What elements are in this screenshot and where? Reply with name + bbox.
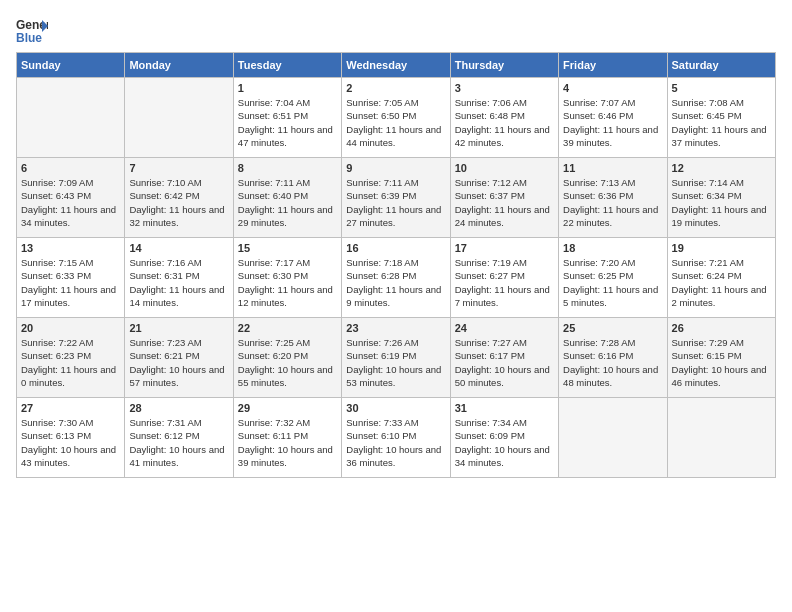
- calendar-day-cell: [125, 78, 233, 158]
- header: General Blue: [16, 16, 776, 44]
- calendar-day-cell: 20Sunrise: 7:22 AMSunset: 6:23 PMDayligh…: [17, 318, 125, 398]
- day-number: 25: [563, 322, 662, 334]
- calendar-day-cell: 17Sunrise: 7:19 AMSunset: 6:27 PMDayligh…: [450, 238, 558, 318]
- day-info: Sunrise: 7:17 AMSunset: 6:30 PMDaylight:…: [238, 256, 337, 309]
- day-info: Sunrise: 7:16 AMSunset: 6:31 PMDaylight:…: [129, 256, 228, 309]
- day-info: Sunrise: 7:32 AMSunset: 6:11 PMDaylight:…: [238, 416, 337, 469]
- calendar-day-cell: 22Sunrise: 7:25 AMSunset: 6:20 PMDayligh…: [233, 318, 341, 398]
- day-info: Sunrise: 7:21 AMSunset: 6:24 PMDaylight:…: [672, 256, 771, 309]
- day-info: Sunrise: 7:04 AMSunset: 6:51 PMDaylight:…: [238, 96, 337, 149]
- day-info: Sunrise: 7:27 AMSunset: 6:17 PMDaylight:…: [455, 336, 554, 389]
- logo-icon: General Blue: [16, 16, 48, 44]
- calendar-week-row: 27Sunrise: 7:30 AMSunset: 6:13 PMDayligh…: [17, 398, 776, 478]
- calendar-day-cell: 19Sunrise: 7:21 AMSunset: 6:24 PMDayligh…: [667, 238, 775, 318]
- day-number: 11: [563, 162, 662, 174]
- weekday-header-row: SundayMondayTuesdayWednesdayThursdayFrid…: [17, 53, 776, 78]
- day-info: Sunrise: 7:05 AMSunset: 6:50 PMDaylight:…: [346, 96, 445, 149]
- day-number: 17: [455, 242, 554, 254]
- day-number: 31: [455, 402, 554, 414]
- weekday-header-sunday: Sunday: [17, 53, 125, 78]
- day-number: 24: [455, 322, 554, 334]
- day-info: Sunrise: 7:12 AMSunset: 6:37 PMDaylight:…: [455, 176, 554, 229]
- calendar-day-cell: 18Sunrise: 7:20 AMSunset: 6:25 PMDayligh…: [559, 238, 667, 318]
- calendar-week-row: 13Sunrise: 7:15 AMSunset: 6:33 PMDayligh…: [17, 238, 776, 318]
- calendar-week-row: 6Sunrise: 7:09 AMSunset: 6:43 PMDaylight…: [17, 158, 776, 238]
- day-info: Sunrise: 7:11 AMSunset: 6:40 PMDaylight:…: [238, 176, 337, 229]
- day-number: 2: [346, 82, 445, 94]
- day-info: Sunrise: 7:13 AMSunset: 6:36 PMDaylight:…: [563, 176, 662, 229]
- day-info: Sunrise: 7:31 AMSunset: 6:12 PMDaylight:…: [129, 416, 228, 469]
- calendar-day-cell: [17, 78, 125, 158]
- day-number: 3: [455, 82, 554, 94]
- calendar-day-cell: 31Sunrise: 7:34 AMSunset: 6:09 PMDayligh…: [450, 398, 558, 478]
- calendar-table: SundayMondayTuesdayWednesdayThursdayFrid…: [16, 52, 776, 478]
- day-number: 22: [238, 322, 337, 334]
- day-number: 21: [129, 322, 228, 334]
- day-info: Sunrise: 7:19 AMSunset: 6:27 PMDaylight:…: [455, 256, 554, 309]
- day-info: Sunrise: 7:11 AMSunset: 6:39 PMDaylight:…: [346, 176, 445, 229]
- calendar-day-cell: [667, 398, 775, 478]
- calendar-day-cell: 24Sunrise: 7:27 AMSunset: 6:17 PMDayligh…: [450, 318, 558, 398]
- weekday-header-tuesday: Tuesday: [233, 53, 341, 78]
- day-number: 7: [129, 162, 228, 174]
- calendar-day-cell: 25Sunrise: 7:28 AMSunset: 6:16 PMDayligh…: [559, 318, 667, 398]
- calendar-day-cell: 3Sunrise: 7:06 AMSunset: 6:48 PMDaylight…: [450, 78, 558, 158]
- day-number: 10: [455, 162, 554, 174]
- day-number: 1: [238, 82, 337, 94]
- calendar-day-cell: 29Sunrise: 7:32 AMSunset: 6:11 PMDayligh…: [233, 398, 341, 478]
- day-info: Sunrise: 7:15 AMSunset: 6:33 PMDaylight:…: [21, 256, 120, 309]
- day-number: 13: [21, 242, 120, 254]
- calendar-day-cell: 4Sunrise: 7:07 AMSunset: 6:46 PMDaylight…: [559, 78, 667, 158]
- day-number: 27: [21, 402, 120, 414]
- day-info: Sunrise: 7:25 AMSunset: 6:20 PMDaylight:…: [238, 336, 337, 389]
- logo: General Blue: [16, 16, 48, 44]
- calendar-day-cell: 14Sunrise: 7:16 AMSunset: 6:31 PMDayligh…: [125, 238, 233, 318]
- day-number: 30: [346, 402, 445, 414]
- calendar-day-cell: 26Sunrise: 7:29 AMSunset: 6:15 PMDayligh…: [667, 318, 775, 398]
- calendar-day-cell: 28Sunrise: 7:31 AMSunset: 6:12 PMDayligh…: [125, 398, 233, 478]
- day-info: Sunrise: 7:30 AMSunset: 6:13 PMDaylight:…: [21, 416, 120, 469]
- calendar-day-cell: 15Sunrise: 7:17 AMSunset: 6:30 PMDayligh…: [233, 238, 341, 318]
- day-info: Sunrise: 7:34 AMSunset: 6:09 PMDaylight:…: [455, 416, 554, 469]
- calendar-day-cell: 27Sunrise: 7:30 AMSunset: 6:13 PMDayligh…: [17, 398, 125, 478]
- day-info: Sunrise: 7:20 AMSunset: 6:25 PMDaylight:…: [563, 256, 662, 309]
- calendar-day-cell: 12Sunrise: 7:14 AMSunset: 6:34 PMDayligh…: [667, 158, 775, 238]
- calendar-day-cell: 7Sunrise: 7:10 AMSunset: 6:42 PMDaylight…: [125, 158, 233, 238]
- calendar-day-cell: 8Sunrise: 7:11 AMSunset: 6:40 PMDaylight…: [233, 158, 341, 238]
- day-number: 15: [238, 242, 337, 254]
- calendar-week-row: 20Sunrise: 7:22 AMSunset: 6:23 PMDayligh…: [17, 318, 776, 398]
- day-number: 8: [238, 162, 337, 174]
- day-info: Sunrise: 7:23 AMSunset: 6:21 PMDaylight:…: [129, 336, 228, 389]
- day-number: 29: [238, 402, 337, 414]
- day-info: Sunrise: 7:07 AMSunset: 6:46 PMDaylight:…: [563, 96, 662, 149]
- calendar-day-cell: 23Sunrise: 7:26 AMSunset: 6:19 PMDayligh…: [342, 318, 450, 398]
- weekday-header-monday: Monday: [125, 53, 233, 78]
- day-number: 26: [672, 322, 771, 334]
- weekday-header-wednesday: Wednesday: [342, 53, 450, 78]
- calendar-day-cell: 13Sunrise: 7:15 AMSunset: 6:33 PMDayligh…: [17, 238, 125, 318]
- day-number: 14: [129, 242, 228, 254]
- calendar-day-cell: 11Sunrise: 7:13 AMSunset: 6:36 PMDayligh…: [559, 158, 667, 238]
- day-info: Sunrise: 7:10 AMSunset: 6:42 PMDaylight:…: [129, 176, 228, 229]
- weekday-header-saturday: Saturday: [667, 53, 775, 78]
- day-number: 5: [672, 82, 771, 94]
- day-number: 19: [672, 242, 771, 254]
- day-number: 4: [563, 82, 662, 94]
- day-info: Sunrise: 7:28 AMSunset: 6:16 PMDaylight:…: [563, 336, 662, 389]
- day-info: Sunrise: 7:22 AMSunset: 6:23 PMDaylight:…: [21, 336, 120, 389]
- weekday-header-friday: Friday: [559, 53, 667, 78]
- calendar-day-cell: 6Sunrise: 7:09 AMSunset: 6:43 PMDaylight…: [17, 158, 125, 238]
- day-info: Sunrise: 7:06 AMSunset: 6:48 PMDaylight:…: [455, 96, 554, 149]
- day-number: 12: [672, 162, 771, 174]
- day-info: Sunrise: 7:14 AMSunset: 6:34 PMDaylight:…: [672, 176, 771, 229]
- day-number: 20: [21, 322, 120, 334]
- day-info: Sunrise: 7:26 AMSunset: 6:19 PMDaylight:…: [346, 336, 445, 389]
- weekday-header-thursday: Thursday: [450, 53, 558, 78]
- day-number: 16: [346, 242, 445, 254]
- svg-text:Blue: Blue: [16, 31, 42, 44]
- calendar-day-cell: 9Sunrise: 7:11 AMSunset: 6:39 PMDaylight…: [342, 158, 450, 238]
- calendar-day-cell: 1Sunrise: 7:04 AMSunset: 6:51 PMDaylight…: [233, 78, 341, 158]
- calendar-day-cell: 2Sunrise: 7:05 AMSunset: 6:50 PMDaylight…: [342, 78, 450, 158]
- day-number: 28: [129, 402, 228, 414]
- calendar-day-cell: 10Sunrise: 7:12 AMSunset: 6:37 PMDayligh…: [450, 158, 558, 238]
